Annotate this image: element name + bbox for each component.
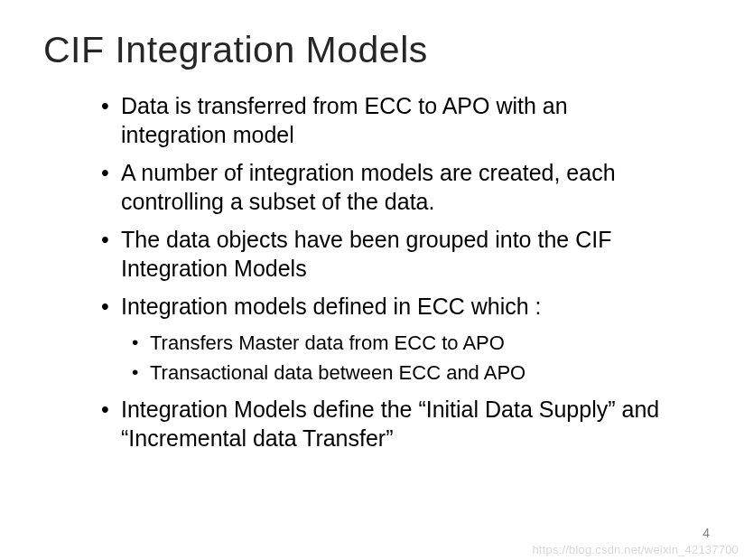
bullet-item: Data is transferred from ECC to APO with… — [98, 91, 674, 149]
sub-bullet-list: Transfers Master data from ECC to APO Tr… — [98, 330, 674, 386]
sub-bullet-item: Transfers Master data from ECC to APO — [128, 330, 674, 357]
bullet-list: Data is transferred from ECC to APO with… — [98, 91, 674, 453]
bullet-item: The data objects have been grouped into … — [98, 225, 674, 283]
slide-content: Data is transferred from ECC to APO with… — [43, 91, 701, 453]
sub-bullet-item: Transactional data between ECC and APO — [128, 359, 674, 387]
slide-title: CIF Integration Models — [43, 29, 701, 71]
slide-container: CIF Integration Models Data is transferr… — [0, 0, 744, 490]
page-number: 4 — [702, 526, 710, 540]
watermark: https://blog.csdn.net/weixin_42137700 — [532, 543, 739, 556]
bullet-item: Integration models defined in ECC which … — [98, 292, 674, 321]
bullet-item: Integration Models define the “Initial D… — [98, 395, 674, 453]
bullet-item: A number of integration models are creat… — [98, 158, 674, 216]
